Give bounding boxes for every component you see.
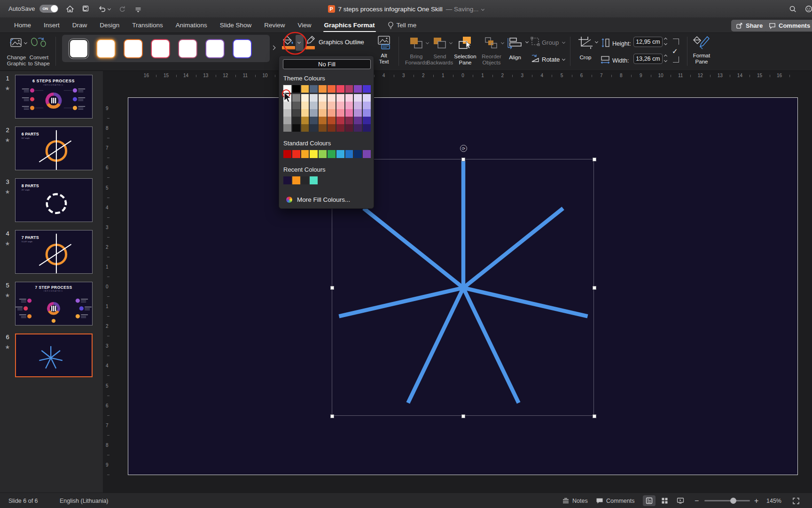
- fit-to-window-button[interactable]: [792, 493, 800, 508]
- change-graphic-chevron[interactable]: [24, 41, 27, 44]
- theme-tint-swatch-8-4[interactable]: [345, 117, 353, 124]
- undo-menu-chevron[interactable]: [108, 7, 111, 10]
- tab-review[interactable]: Review: [264, 22, 285, 29]
- zoom-in-button[interactable]: +: [754, 493, 758, 508]
- align-icon[interactable]: [507, 36, 523, 50]
- theme-colour-swatch-2[interactable]: [292, 85, 300, 93]
- crop-icon[interactable]: [577, 36, 594, 50]
- theme-colour-swatch-7[interactable]: [336, 85, 344, 93]
- recent-colour-swatch-2[interactable]: [292, 176, 300, 184]
- theme-tint-swatch-6-3[interactable]: [328, 109, 336, 117]
- theme-tint-swatch-3-4[interactable]: [301, 117, 309, 124]
- selection-pane-label[interactable]: SelectionPane: [452, 54, 478, 66]
- rotate-icon[interactable]: [530, 54, 540, 63]
- standard-colour-swatch-2[interactable]: [292, 150, 300, 158]
- standard-colour-swatch-8[interactable]: [345, 150, 353, 158]
- change-graphic-icon[interactable]: [8, 36, 24, 50]
- zoom-slider[interactable]: [704, 500, 750, 501]
- language-selector[interactable]: English (Lithuania): [60, 493, 109, 508]
- selection-handle[interactable]: [330, 414, 334, 418]
- zoom-percentage[interactable]: 145%: [766, 493, 781, 508]
- theme-colour-swatch-8[interactable]: [345, 85, 353, 93]
- tab-graphics-format[interactable]: Graphics Format: [324, 22, 375, 29]
- height-input[interactable]: 12,95 cm: [633, 37, 663, 47]
- tab-animations[interactable]: Animations: [176, 22, 207, 29]
- theme-tint-swatch-2-4[interactable]: [292, 117, 300, 124]
- recent-colour-swatch-3[interactable]: [301, 176, 309, 184]
- theme-tint-swatch-6-5[interactable]: [328, 124, 336, 132]
- theme-colour-swatch-6[interactable]: [328, 85, 336, 93]
- graphics-fill-icon[interactable]: [282, 35, 295, 47]
- zoom-slider-knob[interactable]: [730, 498, 736, 504]
- slideshow-view-button[interactable]: [674, 495, 687, 506]
- theme-tint-swatch-6-4[interactable]: [328, 117, 336, 124]
- no-fill-option[interactable]: No Fill: [283, 59, 371, 69]
- theme-tint-swatch-9-3[interactable]: [354, 109, 362, 117]
- theme-colour-swatch-1[interactable]: [283, 85, 291, 93]
- recent-colour-swatch-4[interactable]: [310, 176, 318, 184]
- format-pane-label-1[interactable]: Format: [689, 53, 714, 59]
- graphic-style-swatch-3[interactable]: [124, 39, 143, 58]
- tab-tell-me[interactable]: Tell me: [388, 22, 417, 29]
- more-fill-colours-option[interactable]: More Fill Colours...: [279, 193, 375, 206]
- convert-to-shape-label-2[interactable]: to Shape: [27, 61, 51, 67]
- tab-insert[interactable]: Insert: [44, 22, 60, 29]
- graphic-style-swatch-4[interactable]: [151, 39, 170, 58]
- standard-colour-swatch-3[interactable]: [301, 150, 309, 158]
- theme-tint-swatch-3-5[interactable]: [301, 124, 309, 132]
- theme-tint-swatch-5-1[interactable]: [319, 94, 327, 102]
- theme-tint-swatch-5-5[interactable]: [319, 124, 327, 132]
- theme-tint-swatch-3-1[interactable]: [301, 94, 309, 102]
- theme-tint-swatch-4-1[interactable]: [310, 94, 318, 102]
- theme-tint-swatch-7-2[interactable]: [336, 102, 344, 109]
- selection-handle[interactable]: [593, 158, 596, 161]
- slide-thumbnail-3[interactable]: 8 PARTS 45° angle: [15, 178, 93, 222]
- slide-thumbnail-1[interactable]: 6 STEPS PROCESS INFOGRAPHIC: [15, 75, 93, 119]
- theme-tint-swatch-5-4[interactable]: [319, 117, 327, 124]
- theme-tint-swatch-9-2[interactable]: [354, 102, 362, 109]
- theme-tint-swatch-10-1[interactable]: [363, 94, 371, 102]
- slide-thumbnail-6[interactable]: [15, 333, 93, 377]
- theme-tint-swatch-4-3[interactable]: [310, 109, 318, 117]
- rotation-handle[interactable]: ⟳: [460, 145, 467, 152]
- selection-handle[interactable]: [593, 414, 596, 418]
- customize-toolbar-icon[interactable]: [134, 5, 142, 13]
- theme-tint-swatch-8-3[interactable]: [345, 109, 353, 117]
- theme-tint-swatch-9-4[interactable]: [354, 117, 362, 124]
- graphics-outline-icon[interactable]: [305, 35, 316, 47]
- standard-colour-swatch-10[interactable]: [363, 150, 371, 158]
- redo-icon[interactable]: [118, 5, 126, 13]
- graphics-outline-label[interactable]: Graphics Outline: [319, 39, 364, 46]
- theme-tint-swatch-5-3[interactable]: [319, 109, 327, 117]
- theme-tint-swatch-2-3[interactable]: [292, 109, 300, 117]
- undo-icon[interactable]: [98, 5, 106, 13]
- convert-to-shape-icon[interactable]: [29, 36, 49, 50]
- account-smiley-icon[interactable]: [804, 5, 812, 13]
- group-chevron[interactable]: [562, 40, 565, 44]
- standard-colour-swatch-6[interactable]: [328, 150, 336, 158]
- rotate-chevron[interactable]: [562, 57, 565, 61]
- graphic-style-swatch-1[interactable]: [69, 39, 88, 58]
- graphic-style-swatch-5[interactable]: [178, 39, 197, 58]
- theme-tint-swatch-8-1[interactable]: [345, 94, 353, 102]
- autosave-toggle[interactable]: ON: [39, 5, 58, 13]
- slide-sorter-view-button[interactable]: [658, 495, 671, 506]
- aspect-lock-check[interactable]: ✓: [672, 47, 678, 56]
- selection-pane-button[interactable]: SelectionPane: [452, 35, 478, 69]
- alt-text-icon[interactable]: [375, 35, 393, 51]
- theme-colour-swatch-3[interactable]: [301, 85, 309, 93]
- theme-tint-swatch-7-4[interactable]: [336, 117, 344, 124]
- zoom-out-button[interactable]: −: [695, 493, 699, 508]
- theme-tint-swatch-8-5[interactable]: [345, 124, 353, 132]
- theme-tint-swatch-8-2[interactable]: [345, 102, 353, 109]
- standard-colour-swatch-9[interactable]: [354, 150, 362, 158]
- theme-tint-swatch-3-3[interactable]: [301, 109, 309, 117]
- notes-button[interactable]: Notes: [562, 493, 588, 508]
- tab-home[interactable]: Home: [14, 22, 31, 29]
- comments-button[interactable]: Comments: [764, 20, 812, 32]
- convert-to-shape-label-1[interactable]: Convert: [27, 55, 51, 61]
- theme-tint-swatch-10-3[interactable]: [363, 109, 371, 117]
- theme-tint-swatch-4-2[interactable]: [310, 102, 318, 109]
- theme-tint-swatch-1-5[interactable]: [283, 124, 291, 132]
- theme-colour-swatch-9[interactable]: [354, 85, 362, 93]
